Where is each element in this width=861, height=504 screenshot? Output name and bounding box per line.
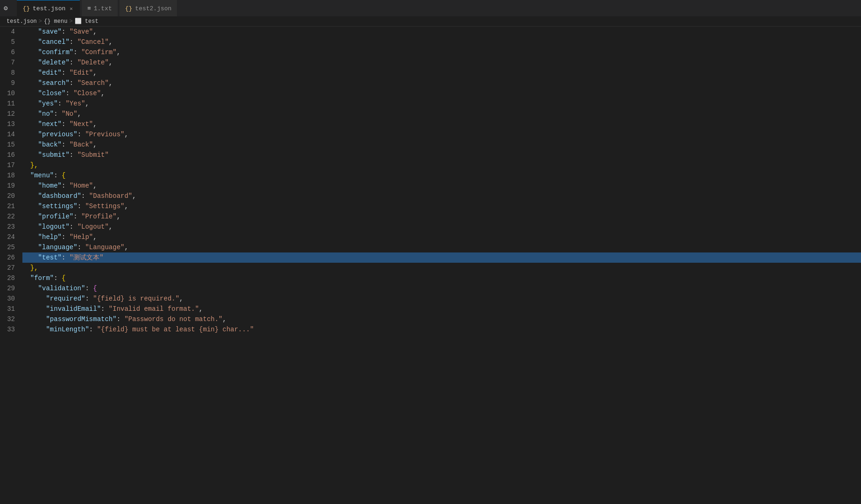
code-line: "language": "Language", [22,242,861,252]
token-brace: { [62,273,65,283]
token-key: "menu" [30,170,54,181]
code-line: "menu": { [22,170,861,181]
line-number: 21 [0,201,15,211]
token-str: "Confirm" [81,47,117,57]
token-str: "Edit" [70,68,93,78]
token-punc: , [85,98,89,109]
token-punc: , [93,232,97,242]
token-punc: : [70,37,78,47]
token-punc: , [93,68,97,78]
token-punc: , [109,37,113,47]
code-line: "submit": "Submit" [22,150,861,160]
token-punc: : [78,242,85,252]
token-indent [22,242,38,252]
line-number: 8 [0,68,15,78]
line-number: 25 [0,242,15,252]
token-indent [22,232,38,242]
token-punc: , [93,181,97,191]
token-key: "language" [38,242,78,252]
token-punc: : [70,57,78,68]
line-number: 23 [0,222,15,232]
code-line: "invalidEmail": "Invalid email format.", [22,304,861,314]
token-key: "no" [38,109,54,119]
token-str: "Profile" [81,211,117,222]
token-indent [22,37,38,47]
line-number: 6 [0,47,15,57]
token-indent [22,304,46,314]
code-line: "search": "Search", [22,78,861,88]
line-number: 15 [0,140,15,150]
token-str: "Close" [73,88,101,98]
tab-label-3: test2.json [135,5,171,12]
token-str: "Settings" [85,201,124,211]
breadcrumb-file: test.json [7,18,37,25]
tab-close-1[interactable]: ✕ [68,5,74,12]
token-key: "profile" [38,211,74,222]
token-str: "Invalid email format." [109,304,199,314]
line-number: 32 [0,314,15,324]
token-indent [22,283,38,294]
code-line: "next": "Next", [22,119,861,129]
token-indent [22,201,38,211]
json-icon-2: {} [125,5,133,12]
line-number: 22 [0,211,15,222]
token-str: "Home" [70,181,93,191]
token-key: "home" [38,181,62,191]
token-punc: , [199,304,203,314]
token-punc: : [101,304,109,314]
tab-test2-json[interactable]: {} test2.json [120,0,177,16]
token-str: "{field} is required." [93,294,179,304]
token-punc: , [117,47,120,57]
breadcrumb: test.json > {} menu > ⬜ test [0,16,861,27]
token-punc: : [62,68,70,78]
token-indent [22,252,38,263]
token-punc: : [62,232,70,242]
token-indent [22,294,46,304]
code-line: "form": { [22,273,861,283]
line-number: 11 [0,98,15,109]
line-number: 14 [0,129,15,140]
token-key: "save" [38,27,62,37]
token-indent [22,222,38,232]
token-indent [22,140,38,150]
token-str: "Language" [85,242,124,252]
token-key: "edit" [38,68,62,78]
token-key: "required" [46,294,85,304]
line-number: 30 [0,294,15,304]
token-str: "Search" [78,78,109,88]
token-indent [22,150,38,160]
code-line: "previous": "Previous", [22,129,861,140]
token-indent [22,98,38,109]
token-key: "dashboard" [38,191,81,201]
token-str: "Delete" [78,57,109,68]
token-indent [22,170,30,181]
token-key: "previous" [38,129,78,140]
token-brace: }, [30,160,38,170]
token-indent [22,47,38,57]
code-line: "confirm": "Confirm", [22,47,861,57]
line-number: 24 [0,232,15,242]
token-str: "Previous" [85,129,124,140]
token-punc: : [70,78,78,88]
token-punc: : [73,211,81,222]
tab-test-json[interactable]: {} test.json ✕ [17,0,79,16]
token-punc: : [70,222,78,232]
code-line: "home": "Home", [22,181,861,191]
token-punc: , [223,314,226,324]
line-number: 9 [0,78,15,88]
token-punc: : [89,324,97,335]
tab-1-txt[interactable]: ≡ 1.txt [82,0,118,16]
code-line: "profile": "Profile", [22,211,861,222]
code-line: "cancel": "Cancel", [22,37,861,47]
breadcrumb-sep-2: > [69,18,72,25]
token-indent [22,191,38,201]
code-line: "no": "No", [22,109,861,119]
token-brace: { [62,170,65,181]
token-str: "Submit" [78,150,109,160]
code-line: "edit": "Edit", [22,68,861,78]
code-line: "yes": "Yes", [22,98,861,109]
line-numbers: 4567891011121314151617181920212223242526… [0,27,22,504]
token-key: "yes" [38,98,58,109]
token-key: "test" [38,252,62,263]
code-content[interactable]: "save": "Save", "cancel": "Cancel", "con… [22,27,861,504]
